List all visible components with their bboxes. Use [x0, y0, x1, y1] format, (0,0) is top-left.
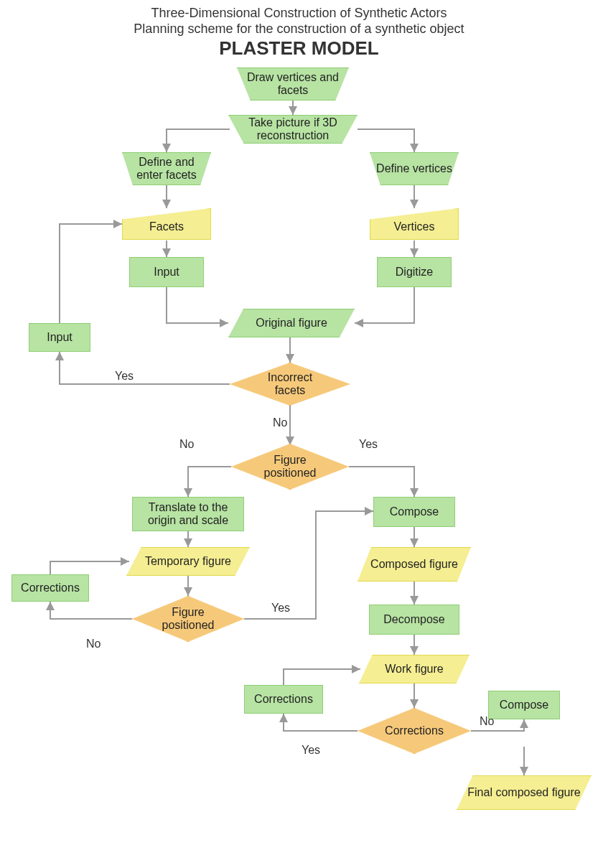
node-translate: Translate to the origin and scale: [132, 497, 244, 531]
label-no-3: No: [86, 638, 101, 650]
node-deffacets: Define and enter facets: [122, 152, 211, 185]
label-yes-2: Yes: [359, 438, 378, 451]
label-yes-3: Yes: [271, 602, 290, 615]
node-work-figure: Work figure: [359, 655, 469, 683]
node-compose-2: Compose: [488, 691, 560, 719]
node-takepic: Take picture if 3D reconstruction: [228, 115, 358, 144]
node-corrections-decision: Corrections: [358, 708, 471, 754]
label-no-2: No: [179, 438, 194, 451]
node-final-figure: Final composed figure: [457, 775, 592, 810]
node-incorrect-facets: Incorrect facets: [230, 363, 350, 406]
node-composed-figure: Composed figure: [358, 547, 471, 582]
node-figure-positioned-2: Figure positioned: [132, 596, 244, 642]
node-vertices: Vertices: [370, 208, 459, 240]
node-figure-positioned-1: Figure positioned: [231, 444, 349, 490]
node-compose-1: Compose: [373, 497, 455, 527]
node-corrections-right: Corrections: [244, 685, 323, 714]
node-facets: Facets: [122, 208, 211, 240]
node-corrections-left: Corrections: [11, 574, 89, 602]
title-line2: Planning scheme for the construction of …: [0, 22, 598, 37]
flowchart-canvas: Three-Dimensional Construction of Synthe…: [0, 0, 598, 868]
node-temp-figure: Temporary figure: [126, 547, 250, 576]
title-line1: Three-Dimensional Construction of Synthe…: [0, 6, 598, 21]
node-digitize: Digitize: [377, 257, 452, 287]
title-main: PLASTER MODEL: [0, 37, 598, 60]
node-input-loop: Input: [29, 323, 90, 352]
label-no-1: No: [273, 416, 287, 429]
node-decompose: Decompose: [369, 605, 459, 635]
node-input-left: Input: [129, 257, 204, 287]
node-original-figure: Original figure: [228, 309, 355, 337]
label-yes-1: Yes: [115, 370, 134, 383]
node-defverts: Define vertices: [370, 152, 459, 185]
label-no-4: No: [480, 715, 494, 728]
node-draw: Draw vertices and facets: [237, 67, 349, 101]
label-yes-4: Yes: [302, 744, 320, 757]
